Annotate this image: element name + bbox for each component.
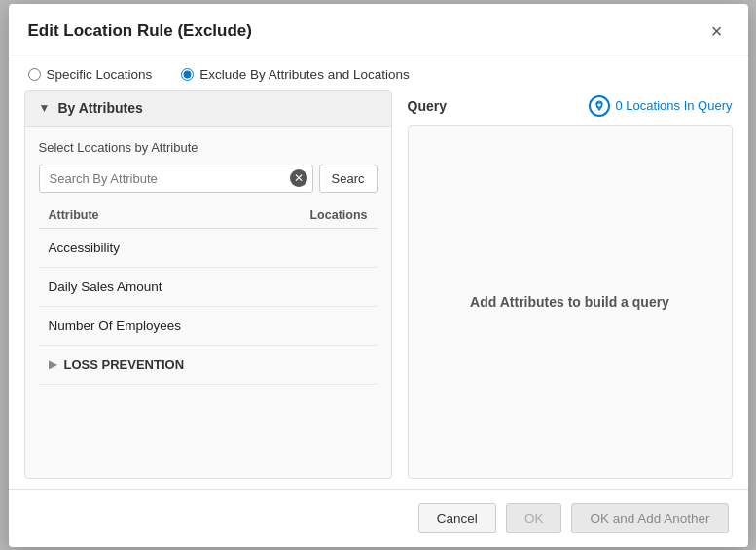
modal: Edit Location Rule (Exclude) × Specific … (9, 4, 748, 547)
attr-name: Daily Sales Amount (49, 279, 162, 294)
locations-count-text: 0 Locations In Query (616, 98, 733, 113)
search-input[interactable] (39, 165, 313, 193)
modal-title: Edit Location Rule (Exclude) (28, 21, 252, 41)
chevron-right-icon: ▶ (49, 358, 56, 371)
search-row: ✕ Searc (39, 165, 378, 193)
locations-count: 0 Locations In Query (589, 95, 733, 117)
search-button[interactable]: Searc (319, 165, 378, 193)
right-panel: Query 0 Locations In Query Add Attribute… (408, 90, 733, 479)
specific-locations-radio-label[interactable]: Specific Locations (28, 67, 153, 82)
modal-body: ▼ By Attributes Select Locations by Attr… (9, 90, 748, 479)
by-attributes-label: By Attributes (57, 100, 142, 116)
specific-locations-radio[interactable] (28, 68, 41, 81)
specific-locations-label: Specific Locations (47, 67, 153, 82)
search-input-wrap: ✕ (39, 165, 313, 193)
select-label: Select Locations by Attribute (39, 140, 378, 155)
query-empty-message: Add Attributes to build a query (470, 294, 669, 310)
chevron-down-icon: ▼ (39, 101, 51, 115)
clear-search-button[interactable]: ✕ (290, 169, 307, 187)
attr-name: Number Of Employees (49, 318, 182, 333)
left-panel: ▼ By Attributes Select Locations by Attr… (24, 90, 392, 479)
exclude-by-radio-label[interactable]: Exclude By Attributes and Locations (181, 67, 409, 82)
attr-group-name: LOSS PREVENTION (64, 357, 185, 372)
attribute-list: Accessibility Daily Sales Amount Number … (39, 229, 378, 385)
query-box: Add Attributes to build a query (408, 125, 733, 479)
exclude-by-label: Exclude By Attributes and Locations (199, 67, 409, 82)
list-item[interactable]: Daily Sales Amount (39, 268, 378, 307)
modal-overlay: Edit Location Rule (Exclude) × Specific … (0, 0, 756, 550)
query-header: Query 0 Locations In Query (408, 90, 733, 125)
modal-header: Edit Location Rule (Exclude) × (9, 4, 748, 55)
by-attributes-header[interactable]: ▼ By Attributes (25, 91, 391, 127)
locations-icon (589, 95, 610, 117)
close-button[interactable]: × (705, 19, 729, 43)
modal-footer: Cancel OK OK and Add Another (9, 489, 748, 547)
list-item-group[interactable]: ▶ LOSS PREVENTION (39, 346, 378, 385)
ok-button[interactable]: OK (506, 503, 562, 533)
col-attribute: Attribute (49, 208, 99, 222)
list-item[interactable]: Accessibility (39, 229, 378, 268)
radio-row: Specific Locations Exclude By Attributes… (9, 55, 748, 90)
exclude-by-radio[interactable] (181, 68, 194, 81)
list-item[interactable]: Number Of Employees (39, 307, 378, 346)
left-panel-body: Select Locations by Attribute ✕ Searc At… (25, 127, 391, 478)
attr-name: Accessibility (49, 240, 121, 255)
query-title: Query (408, 98, 447, 114)
cancel-button[interactable]: Cancel (418, 503, 496, 533)
ok-add-another-button[interactable]: OK and Add Another (571, 503, 728, 533)
attr-table-header: Attribute Locations (39, 202, 378, 229)
col-locations: Locations (309, 208, 367, 222)
